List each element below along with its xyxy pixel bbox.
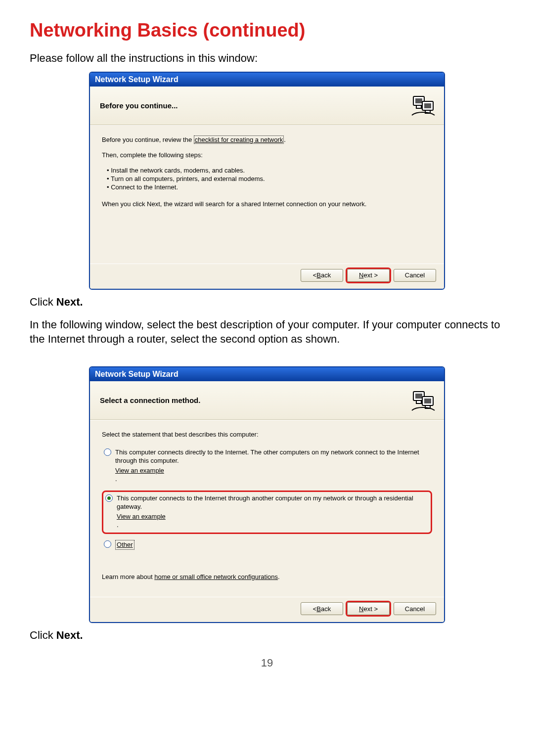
wizard-connection-method: Network Setup Wizard Select a connection… bbox=[89, 366, 445, 623]
click-next-1: Click Next. bbox=[30, 296, 504, 309]
learn-more: Learn more about home or small office ne… bbox=[102, 573, 432, 581]
text: . bbox=[278, 573, 280, 580]
radio-icon bbox=[105, 494, 113, 502]
view-example-link[interactable]: View an example bbox=[115, 466, 429, 475]
page-title: Networking Basics (continued) bbox=[30, 20, 504, 41]
text: Click bbox=[30, 629, 56, 641]
next-button[interactable]: Next > bbox=[347, 602, 390, 615]
intro-text: Please follow all the instructions in th… bbox=[30, 51, 504, 66]
computers-icon bbox=[410, 389, 436, 412]
text: Learn more about bbox=[102, 573, 154, 580]
wizard-body-line1: Before you continue, review the checklis… bbox=[102, 135, 432, 144]
wizard-body-line3: When you click Next, the wizard will sea… bbox=[102, 200, 432, 209]
radio-label: This computer connects to the Internet t… bbox=[117, 494, 428, 530]
click-next-2: Click Next. bbox=[30, 629, 504, 642]
next-button[interactable]: Next > bbox=[347, 269, 390, 282]
wizard-header-title: Before you continue... bbox=[100, 101, 178, 110]
text: . bbox=[284, 136, 286, 143]
wizard-before-you-continue: Network Setup Wizard Before you continue… bbox=[89, 72, 445, 290]
radio-option-other[interactable]: Other bbox=[102, 538, 432, 553]
list-item: Turn on all computers, printers, and ext… bbox=[107, 175, 432, 182]
cancel-button[interactable]: Cancel bbox=[394, 602, 436, 615]
svg-rect-7 bbox=[415, 394, 422, 399]
list-item: Install the network cards, modems, and c… bbox=[107, 167, 432, 174]
svg-rect-8 bbox=[416, 400, 421, 403]
text: Before you continue, review the bbox=[102, 136, 194, 143]
view-example-link[interactable]: View an example bbox=[117, 512, 428, 521]
back-button[interactable]: < Back bbox=[301, 269, 343, 282]
wizard-body-line2: Then, complete the following steps: bbox=[102, 151, 432, 160]
back-button[interactable]: < Back bbox=[301, 602, 343, 615]
connection-intro: Select the statement that best describes… bbox=[102, 430, 432, 439]
svg-rect-1 bbox=[415, 98, 422, 103]
checklist-link[interactable]: checklist for creating a network bbox=[194, 135, 284, 144]
steps-list: Install the network cards, modems, and c… bbox=[107, 167, 432, 191]
wizard-button-bar: < Back Next > Cancel bbox=[90, 597, 444, 622]
radio-option-direct[interactable]: This computer connects directly to the I… bbox=[102, 446, 432, 487]
svg-rect-2 bbox=[416, 105, 421, 108]
cancel-button[interactable]: Cancel bbox=[394, 269, 436, 282]
svg-rect-4 bbox=[424, 103, 431, 108]
svg-rect-10 bbox=[424, 399, 431, 403]
radio-icon bbox=[104, 540, 111, 548]
list-item: Connect to the Internet. bbox=[107, 183, 432, 191]
text: Click bbox=[30, 296, 56, 308]
computers-icon bbox=[410, 93, 436, 117]
radio-icon bbox=[104, 448, 111, 456]
wizard-header-title: Select a connection method. bbox=[100, 396, 200, 404]
wizard-titlebar: Network Setup Wizard bbox=[90, 367, 444, 381]
wizard-button-bar: < Back Next > Cancel bbox=[90, 264, 444, 289]
text: Next. bbox=[56, 296, 83, 308]
learn-more-link[interactable]: home or small office network configurati… bbox=[154, 573, 278, 580]
radio-label: This computer connects directly to the I… bbox=[115, 448, 429, 484]
wizard-titlebar: Network Setup Wizard bbox=[90, 73, 444, 87]
radio-label: Other bbox=[115, 540, 134, 550]
text: Next. bbox=[56, 629, 83, 641]
page-number: 19 bbox=[30, 657, 504, 669]
radio-option-gateway[interactable]: This computer connects to the Internet t… bbox=[102, 490, 432, 534]
para2: In the following window, select the best… bbox=[30, 317, 504, 347]
